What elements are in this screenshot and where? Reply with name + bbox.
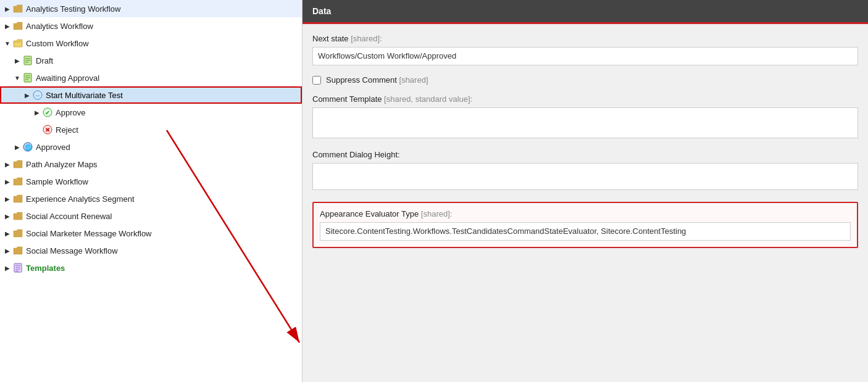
tree-item-approved[interactable]: 🌐Approved: [0, 138, 302, 156]
tree-item-experience-analytics[interactable]: Experience Analytics Segment: [0, 190, 302, 207]
tree-item-start-multivariate[interactable]: ↔Start Multivariate Test: [0, 86, 302, 104]
svg-text:↔: ↔: [35, 92, 41, 99]
templates-icon: [12, 262, 23, 273]
folder-icon: [12, 3, 23, 14]
tree-toggle-draft[interactable]: [12, 57, 22, 64]
approved-icon: 🌐: [22, 141, 33, 152]
tree-item-social-account[interactable]: Social Account Renewal: [0, 207, 302, 225]
tree-label-approved: Approved: [36, 143, 70, 152]
tree-toggle-templates[interactable]: [2, 265, 12, 272]
appearance-evaluator-label: Appearance Evaluator Type [shared]:: [320, 209, 851, 218]
tree-label-social-message: Social Message Workflow: [26, 246, 118, 255]
tree-toggle-social-marketer[interactable]: [2, 230, 12, 237]
tree-toggle-custom-workflow[interactable]: [2, 40, 12, 47]
suppress-comment-label: Suppress Comment [shared]: [326, 75, 428, 85]
tree-label-reject: Reject: [56, 125, 78, 135]
reject-icon: ✖: [42, 124, 53, 135]
svg-text:🌐: 🌐: [25, 144, 32, 151]
tree-toggle-analytics-testing[interactable]: [2, 6, 12, 12]
next-state-value[interactable]: Workflows/Custom Workflow/Approved: [312, 47, 858, 65]
tree-label-social-marketer: Social Marketer Message Workflow: [26, 229, 152, 238]
folder-icon: [12, 159, 23, 170]
tree-item-custom-workflow[interactable]: Custom Workflow: [0, 35, 302, 52]
approve-icon: ✔: [42, 107, 53, 118]
folder-open-icon: [12, 38, 23, 49]
comment-template-value[interactable]: [312, 107, 858, 138]
tree-content: Analytics Testing WorkflowAnalytics Work…: [0, 0, 302, 276]
tree-toggle-awaiting-approval[interactable]: [12, 75, 22, 81]
tree-label-analytics-workflow: Analytics Workflow: [26, 22, 93, 31]
comment-dialog-group: Comment Dialog Height:: [312, 150, 858, 192]
tree-label-approve: Approve: [56, 108, 85, 117]
right-panel: Data Next state [shared]: Workflows/Cust…: [303, 0, 868, 382]
comment-template-label: Comment Template [shared, standard value…: [312, 94, 858, 104]
tree-label-draft: Draft: [36, 56, 53, 65]
folder-icon: [12, 245, 23, 256]
tree-label-experience-analytics: Experience Analytics Segment: [26, 194, 135, 204]
tree-label-start-multivariate: Start Multivariate Test: [46, 91, 123, 100]
tree-item-sample-workflow[interactable]: Sample Workflow: [0, 173, 302, 190]
folder-icon: [12, 20, 23, 31]
tree-item-templates[interactable]: Templates: [0, 259, 302, 276]
tree-item-path-analyzer[interactable]: Path Analyzer Maps: [0, 156, 302, 173]
tree-toggle-start-multivariate[interactable]: [22, 92, 32, 99]
svg-text:✖: ✖: [45, 127, 50, 133]
tree-item-analytics-testing[interactable]: Analytics Testing Workflow: [0, 0, 302, 17]
tree-toggle-path-analyzer[interactable]: [2, 161, 12, 168]
tree-toggle-social-account[interactable]: [2, 213, 12, 220]
comment-dialog-label: Comment Dialog Height:: [312, 150, 858, 159]
tree-label-awaiting-approval: Awaiting Approval: [36, 73, 99, 83]
panel-content: Next state [shared]: Workflows/Custom Wo…: [303, 24, 868, 382]
awaiting-icon: [22, 72, 33, 83]
tree-label-templates: Templates: [26, 264, 65, 273]
next-state-label: Next state [shared]:: [312, 34, 858, 43]
tree-item-reject[interactable]: ✖Reject: [0, 121, 302, 138]
folder-icon: [12, 176, 23, 187]
comment-dialog-value[interactable]: [312, 163, 858, 190]
comment-template-group: Comment Template [shared, standard value…: [312, 94, 858, 140]
tree-item-social-message[interactable]: Social Message Workflow: [0, 242, 302, 259]
tree-label-custom-workflow: Custom Workflow: [26, 39, 89, 48]
tree-toggle-analytics-workflow[interactable]: [2, 23, 12, 30]
tree-toggle-experience-analytics[interactable]: [2, 196, 12, 202]
appearance-evaluator-value[interactable]: Sitecore.ContentTesting.Workflows.TestCa…: [320, 222, 851, 241]
tree-label-analytics-testing: Analytics Testing Workflow: [26, 4, 120, 14]
tree-item-social-marketer[interactable]: Social Marketer Message Workflow: [0, 225, 302, 242]
tree-toggle-approved[interactable]: [12, 144, 22, 151]
folder-icon: [12, 193, 23, 204]
tree-item-approve[interactable]: ✔Approve: [0, 104, 302, 121]
tree-label-sample-workflow: Sample Workflow: [26, 177, 88, 186]
suppress-comment-checkbox[interactable]: [312, 76, 321, 85]
tree-toggle-approve[interactable]: [32, 109, 42, 116]
panel-header: Data: [303, 0, 868, 24]
folder-icon: [12, 210, 23, 222]
tree-label-path-analyzer: Path Analyzer Maps: [26, 160, 98, 169]
tree-item-draft[interactable]: Draft: [0, 52, 302, 69]
tree-toggle-sample-workflow[interactable]: [2, 178, 12, 185]
tree-item-awaiting-approval[interactable]: Awaiting Approval: [0, 69, 302, 86]
next-state-group: Next state [shared]: Workflows/Custom Wo…: [312, 34, 858, 65]
tree-label-social-account: Social Account Renewal: [26, 212, 112, 221]
multivariate-icon: ↔: [32, 89, 43, 101]
tree-item-analytics-workflow[interactable]: Analytics Workflow: [0, 17, 302, 35]
suppress-comment-row: Suppress Comment [shared]: [312, 75, 858, 85]
folder-icon: [12, 228, 23, 239]
appearance-evaluator-group: Appearance Evaluator Type [shared]: Site…: [312, 202, 858, 248]
draft-icon: [22, 55, 33, 66]
svg-text:✔: ✔: [45, 109, 50, 116]
tree-toggle-social-message[interactable]: [2, 247, 12, 254]
tree-panel: Analytics Testing WorkflowAnalytics Work…: [0, 0, 303, 382]
